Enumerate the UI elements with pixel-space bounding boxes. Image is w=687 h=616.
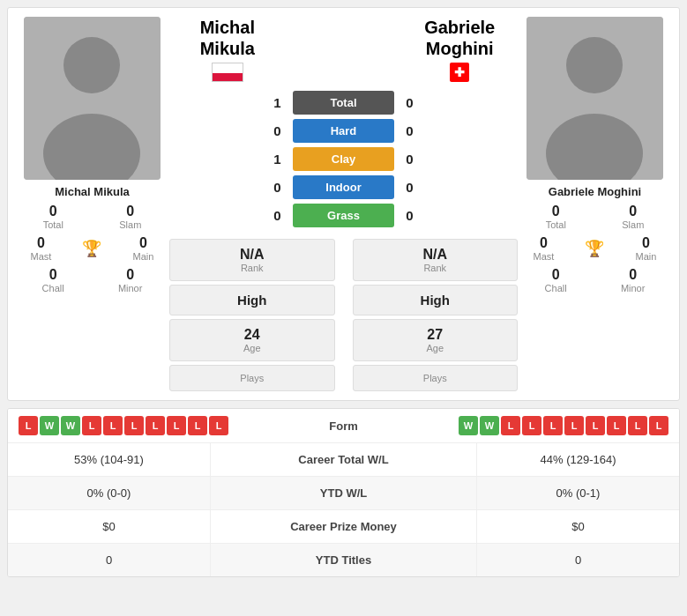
p1-plays-box: Plays <box>169 365 335 391</box>
form-row: LWWLLLLLLL Form WWLLLLLLLL <box>8 409 679 443</box>
total-p2-score: 0 <box>394 95 425 110</box>
stats-p2-value: $0 <box>476 510 679 543</box>
player1-form-group: LWWLLLLLLL <box>19 416 228 435</box>
center-column: Michal Mikula Gabriele Moghini <box>169 17 518 391</box>
player1-header-name: Michal Mikula <box>169 17 286 59</box>
player1-name: Michal Mikula <box>55 185 130 198</box>
clay-p2-score: 0 <box>394 152 425 167</box>
form-pill: L <box>188 416 207 435</box>
player2-avatar <box>526 17 663 180</box>
player2-chall-label: Chall <box>545 283 567 293</box>
form-pill: W <box>40 416 59 435</box>
poland-flag <box>212 63 243 82</box>
indoor-p1-score: 0 <box>262 180 293 195</box>
form-pill: L <box>628 416 647 435</box>
player2-mast-cell: 0 Mast <box>534 235 555 262</box>
stats-label: YTD Titles <box>211 544 476 576</box>
p1-age-label: Age <box>243 343 261 353</box>
player2-slam-label: Slam <box>622 219 644 230</box>
player1-chall-label: Chall <box>42 283 64 293</box>
form-pill: L <box>124 416 144 435</box>
stats-p1-value: 0 <box>8 544 211 576</box>
total-p1-score: 1 <box>262 95 293 110</box>
player2-mast-value: 0 <box>540 235 548 251</box>
player2-header-name: Gabriele Moghini <box>401 17 518 59</box>
p2-plays-box: Plays <box>353 365 519 391</box>
player1-mast-value: 0 <box>37 235 45 251</box>
player2-minor-cell: 0 Minor <box>621 267 646 293</box>
stats-row: $0 Career Prize Money $0 <box>8 510 679 544</box>
p2-age-value: 27 <box>427 327 443 343</box>
player2-form-group: WWLLLLLLLL <box>459 416 668 435</box>
svg-point-1 <box>63 37 120 93</box>
form-pill: W <box>61 416 80 435</box>
player2-total-cell: 0 Total <box>546 204 566 230</box>
player1-total-label: Total <box>43 219 63 230</box>
info-spacer <box>340 239 347 391</box>
player2-mast-label: Mast <box>534 251 555 262</box>
p2-rank-box: N/A Rank <box>353 239 519 281</box>
p1-high-value: High <box>237 293 266 308</box>
surface-row-indoor: 0 Indoor 0 <box>169 175 518 199</box>
player2-slam-cell: 0 Slam <box>622 204 644 230</box>
player1-column: Michal Mikula 0 Total 0 Slam 0 Mast 🏆 <box>15 17 169 391</box>
player1-chall-value: 0 <box>49 267 57 283</box>
player2-stats-mid: 0 Mast 🏆 0 Main <box>518 235 672 262</box>
player1-flag <box>169 63 286 82</box>
form-pill: L <box>167 416 186 435</box>
surface-row-hard: 0 Hard 0 <box>169 119 518 143</box>
hard-p2-score: 0 <box>394 123 425 138</box>
player2-trophy-icon: 🏆 <box>585 239 604 258</box>
switzerland-flag: ✚ <box>450 63 469 82</box>
stats-row: 53% (104-91) Career Total W/L 44% (129-1… <box>8 443 679 477</box>
comparison-card: Michal Mikula 0 Total 0 Slam 0 Mast 🏆 <box>7 7 680 401</box>
player2-chall-cell: 0 Chall <box>545 267 567 293</box>
bottom-section: LWWLLLLLLL Form WWLLLLLLLL 53% (104-91) … <box>7 408 680 577</box>
header-spacer <box>286 17 402 82</box>
player1-stats-top: 0 Total 0 Slam <box>15 204 169 230</box>
p1-age-value: 24 <box>244 327 260 343</box>
player1-slam-label: Slam <box>119 219 141 230</box>
stats-p2-value: 44% (129-164) <box>476 443 679 476</box>
p1-info-panels: N/A Rank High 24 Age Plays <box>169 239 335 391</box>
player2-stats-top: 0 Total 0 Slam <box>518 204 672 230</box>
player2-header-block: Gabriele Moghini ✚ <box>401 17 518 82</box>
form-pill: W <box>480 416 499 435</box>
player1-slam-cell: 0 Slam <box>119 204 141 230</box>
surface-row-grass: 0 Grass 0 <box>169 204 518 227</box>
form-pill: L <box>209 416 228 435</box>
player2-trophy: 🏆 <box>585 235 604 262</box>
player2-name: Gabriele Moghini <box>549 185 641 198</box>
clay-p1-score: 1 <box>262 152 293 167</box>
form-pill: W <box>459 416 478 435</box>
stats-p1-value: 0% (0-0) <box>8 477 211 509</box>
stats-row: 0 YTD Titles 0 <box>8 544 679 576</box>
player2-column: Gabriele Moghini 0 Total 0 Slam 0 Mast <box>518 17 672 391</box>
player1-trophy: 🏆 <box>82 235 101 262</box>
p1-rank-label: Rank <box>241 263 264 273</box>
player1-total-value: 0 <box>49 204 57 219</box>
stats-label: Career Total W/L <box>211 443 476 476</box>
player1-stats-bot: 0 Chall 0 Minor <box>15 267 169 293</box>
p1-plays-label: Plays <box>240 373 264 383</box>
player2-chall-value: 0 <box>552 267 560 283</box>
player1-mast-cell: 0 Mast <box>31 235 52 262</box>
player1-trophy-icon: 🏆 <box>82 239 101 258</box>
stats-p2-value: 0 <box>476 544 679 576</box>
form-pill: L <box>522 416 541 435</box>
player1-minor-label: Minor <box>118 283 143 293</box>
player2-stats-bot: 0 Chall 0 Minor <box>518 267 672 293</box>
grass-badge: Grass <box>293 204 394 227</box>
player2-total-value: 0 <box>552 204 560 219</box>
player1-main-cell: 0 Main <box>133 235 154 262</box>
indoor-p2-score: 0 <box>394 180 425 195</box>
form-label: Form <box>300 419 388 433</box>
form-pill: L <box>543 416 563 435</box>
surface-row-clay: 1 Clay 0 <box>169 147 518 171</box>
player1-slam-value: 0 <box>126 204 134 219</box>
form-pill: L <box>607 416 626 435</box>
p2-high-value: High <box>421 293 450 308</box>
stats-row: 0% (0-0) YTD W/L 0% (0-1) <box>8 477 679 510</box>
surface-table: 1 Total 0 0 Hard 0 1 Clay 0 0 Indoor <box>169 91 518 232</box>
p2-rank-label: Rank <box>423 263 446 273</box>
